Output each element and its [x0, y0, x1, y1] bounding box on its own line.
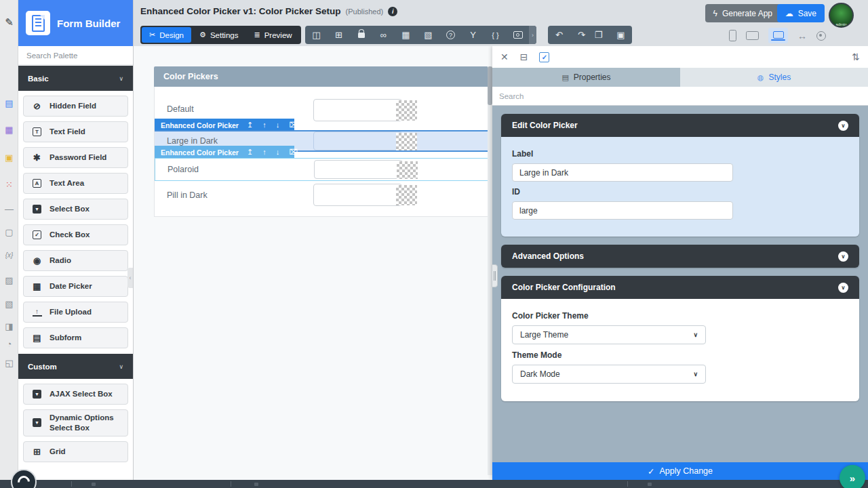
color-input-large-in-dark[interactable]	[313, 131, 402, 150]
datalist-icon[interactable]: ▦	[0, 125, 18, 135]
tab-design[interactable]: ✂ Design	[142, 27, 191, 43]
move-top-icon[interactable]: ↥	[247, 148, 253, 157]
color-input-pill-in-dark[interactable]	[313, 184, 402, 206]
binoculars-icon[interactable]: ∞	[372, 26, 395, 44]
card-header-edit-color-picker[interactable]: Edit Color Picker ∨	[501, 114, 859, 137]
plugin-icon[interactable]: ◨	[0, 321, 18, 331]
sitemap-icon[interactable]: ◫	[305, 26, 328, 44]
tablet-preview-icon[interactable]	[746, 31, 759, 40]
move-up-icon[interactable]: ↑	[262, 148, 267, 157]
note-icon[interactable]: ▢	[0, 227, 18, 237]
id-field-input[interactable]	[512, 201, 733, 220]
properties-tabs: ▤ Properties ◍ Styles	[492, 68, 868, 87]
palette-item-select-box[interactable]: ▼ Select Box	[23, 199, 128, 220]
move-down-icon[interactable]: ↓	[276, 121, 280, 129]
delete-icon[interactable]: ⌧	[289, 148, 298, 157]
palette-item-ajax-select-box[interactable]: ▼ AJAX Select Box	[23, 384, 128, 405]
palette-item-check-box[interactable]: ✓ Check Box	[23, 224, 128, 245]
form-field-icon[interactable]: ⊞	[328, 26, 350, 44]
palette-search-input[interactable]	[26, 52, 125, 60]
form-icon[interactable]: ▤	[0, 98, 18, 108]
image-tool-icon[interactable]: ▨	[0, 275, 18, 285]
braces-icon[interactable]: { }	[484, 26, 507, 44]
resize-width-icon[interactable]: ↔	[797, 30, 807, 41]
palette-section-custom[interactable]: Custom ∨	[18, 354, 133, 379]
desktop-preview-icon[interactable]	[768, 28, 788, 43]
palette-collapse-handle[interactable]: ‹	[127, 268, 133, 288]
tab-settings[interactable]: ⚙ Settings	[192, 27, 245, 43]
camera-icon[interactable]	[507, 26, 529, 44]
generate-app-button[interactable]: ϟ Generate App	[705, 4, 781, 22]
field-row-polaroid[interactable]: Polaroid	[155, 158, 491, 181]
palette-item-password-field[interactable]: ✱ Password Field	[23, 147, 128, 168]
close-icon[interactable]: ✕	[500, 52, 509, 62]
apply-change-button[interactable]: ✓ Apply Change	[492, 462, 868, 480]
gauge-icon[interactable]: ◔	[0, 339, 18, 349]
asterisk-icon: ✱	[32, 152, 42, 163]
element-toolbar-hover: Enhanced Color Picker ↥ ↑ ↓ ⌧	[155, 146, 294, 159]
branch-icon[interactable]: Y	[462, 26, 484, 44]
mobile-preview-icon[interactable]	[729, 30, 736, 41]
user-avatar[interactable]: admin	[829, 3, 854, 28]
paste-icon[interactable]: ▣	[610, 26, 632, 44]
palette-theme-icon[interactable]	[816, 31, 826, 41]
taskbar-item	[92, 483, 96, 486]
palette-item-date-picker[interactable]: ▦ Date Picker	[23, 276, 128, 297]
taskbar-item	[254, 483, 258, 486]
transparency-checker-swatch	[396, 133, 417, 150]
tab-properties[interactable]: ▤ Properties	[492, 68, 680, 87]
color-input-default[interactable]	[313, 99, 402, 121]
form-section-color-pickers[interactable]: Color Pickers Default Enhanced Color Pic…	[154, 66, 488, 217]
palette-item-dynamic-options-select-box[interactable]: ▼ Dynamic Options Select Box	[23, 409, 128, 436]
palette-item-text-area[interactable]: A Text Area	[23, 173, 128, 194]
color-input-polaroid[interactable]	[314, 160, 403, 179]
tab-styles[interactable]: ◍ Styles	[680, 68, 868, 87]
canvas-scrollbar-thumb[interactable]	[488, 66, 492, 105]
properties-search-input[interactable]	[499, 92, 861, 100]
help-icon[interactable]: ?	[439, 26, 462, 44]
color-picker-theme-select[interactable]: Large Theme ∨	[512, 325, 706, 344]
undo-icon[interactable]: ↶	[548, 26, 570, 44]
section-header[interactable]: Color Pickers	[154, 66, 488, 87]
image-overlay-icon[interactable]: ▧	[417, 26, 439, 44]
save-properties-icon[interactable]: ⊟	[520, 52, 528, 62]
theme-mode-select[interactable]: Dark Mode ∨	[512, 365, 706, 384]
palette-item-radio[interactable]: ◉ Radio	[23, 250, 128, 271]
rail-divider: —	[0, 204, 18, 214]
delete-icon[interactable]: ⌧	[289, 121, 298, 129]
edit-icon[interactable]: ✎	[0, 16, 18, 28]
palette-section-basic[interactable]: Basic ∨	[18, 66, 133, 91]
palette-item-grid[interactable]: ⊞ Grid	[23, 441, 128, 462]
gear-icon: ⚙	[199, 30, 206, 39]
expand-panel-fab[interactable]: »	[840, 465, 865, 488]
variable-icon[interactable]: {x}	[0, 251, 18, 259]
userview-icon[interactable]: ▣	[0, 152, 18, 163]
move-down-icon[interactable]: ↓	[276, 148, 280, 157]
move-up-icon[interactable]: ↑	[262, 121, 267, 129]
lock-icon[interactable]	[350, 26, 372, 44]
copy-icon[interactable]: ❐	[587, 26, 610, 44]
apply-checkbox-icon[interactable]: ✓	[539, 52, 549, 62]
grid-view-icon[interactable]: ▦	[395, 26, 417, 44]
palette-item-subform[interactable]: ▤ Subform	[23, 327, 128, 348]
process-icon[interactable]: ⁙	[0, 180, 18, 190]
move-top-icon[interactable]: ↥	[247, 121, 253, 129]
toolbar-more-icon[interactable]: ›	[529, 26, 536, 44]
radio-icon: ◉	[32, 256, 42, 266]
os-taskbar[interactable]	[0, 480, 868, 488]
collapse-panel-icon[interactable]: ⇅	[852, 52, 860, 62]
card-header-advanced-options[interactable]: Advanced Options ∨	[501, 245, 859, 268]
info-icon[interactable]: i	[388, 7, 397, 16]
palette-item-hidden-field[interactable]: ⊘ Hidden Field	[23, 96, 128, 117]
transparency-checker-swatch	[397, 161, 418, 179]
scroll-icon[interactable]: ◱	[0, 358, 18, 368]
save-button[interactable]: ☁ Save	[777, 4, 825, 22]
label-field-input[interactable]	[512, 163, 733, 182]
report-icon[interactable]: ▧	[0, 299, 18, 309]
panel-resize-handle[interactable]	[492, 264, 498, 287]
card-header-color-picker-configuration[interactable]: Color Picker Configuration ∨	[501, 276, 859, 299]
tab-preview[interactable]: ≣ Preview	[246, 27, 299, 43]
palette-item-file-upload[interactable]: ↑ File Upload	[23, 302, 128, 323]
published-badge: (Published)	[346, 7, 384, 16]
palette-item-text-field[interactable]: T Text Field	[23, 121, 128, 142]
